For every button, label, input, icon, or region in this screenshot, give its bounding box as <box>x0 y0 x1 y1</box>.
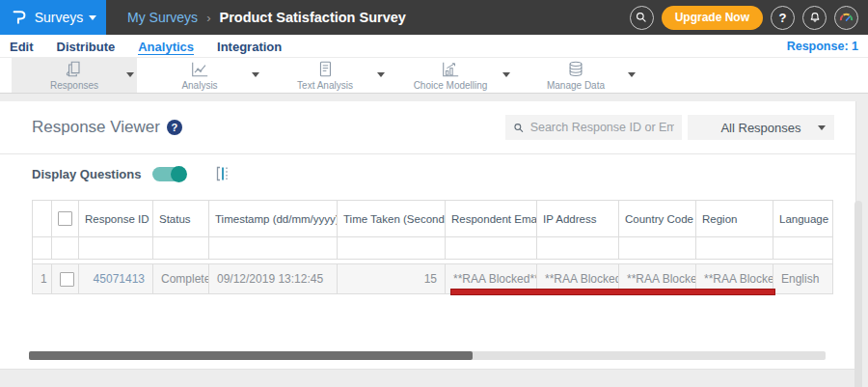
toggle-knob <box>171 166 187 182</box>
chevron-down-icon[interactable] <box>502 72 510 77</box>
header-rownum <box>33 201 52 237</box>
filter-cell <box>33 237 52 260</box>
cell-timestamp: 09/12/2019 13:12:45 <box>209 264 338 294</box>
table-header-row: Response ID Status Timestamp (dd/mm/yyyy… <box>33 201 833 237</box>
filter-cell[interactable] <box>619 237 696 260</box>
filter-cell <box>52 237 79 260</box>
topbar-actions: Upgrade Now ? <box>630 6 868 30</box>
display-questions-toggle[interactable] <box>152 167 186 181</box>
manage-data-icon <box>565 60 586 79</box>
card-header: Response Viewer ? All Responses <box>0 101 855 154</box>
analysis-icon <box>189 60 210 79</box>
red-highlight-annotation <box>450 289 775 295</box>
top-navigation-bar: Surveys My Surveys › Product Satisfactio… <box>0 0 868 35</box>
cell-status: Completed <box>153 264 209 294</box>
tab-distribute[interactable]: Distribute <box>57 38 116 54</box>
breadcrumb: My Surveys › Product Satisfaction Survey <box>127 10 406 25</box>
responses-filter-dropdown[interactable]: All Responses <box>688 115 834 140</box>
toolbar-item-label: Text Analysis <box>297 80 353 91</box>
header-country-code: Country Code <box>619 201 696 237</box>
response-viewer-card: Response Viewer ? All Responses Display … <box>0 101 856 370</box>
filter-cell[interactable] <box>773 237 833 260</box>
main-content: Response Viewer ? All Responses Display … <box>0 95 868 387</box>
page-title-text: Response Viewer <box>32 118 160 137</box>
gauge-avatar-icon <box>836 8 856 28</box>
filter-cell[interactable] <box>79 237 153 260</box>
toolbar-item-choice-modelling[interactable]: Choice Modelling <box>388 58 513 93</box>
freeze-columns-icon[interactable] <box>213 165 231 182</box>
toolbar-item-label: Manage Data <box>547 80 605 91</box>
horizontal-scrollbar-thumb[interactable] <box>29 351 473 360</box>
select-all-checkbox[interactable] <box>58 211 72 226</box>
chevron-down-icon <box>89 15 96 20</box>
display-controls-row: Display Questions <box>0 154 855 193</box>
page-title: Response Viewer ? <box>32 118 182 137</box>
viewer-controls: All Responses <box>505 115 834 140</box>
brand-menu-label: Surveys <box>35 10 84 25</box>
filter-cell[interactable] <box>209 237 338 260</box>
toolbar-item-label: Responses <box>50 80 98 91</box>
vertical-scrollbar[interactable] <box>854 201 862 387</box>
help-button[interactable]: ? <box>771 6 795 30</box>
cell-time-taken: 15 <box>338 264 446 294</box>
header-ip-address: IP Address <box>537 201 619 237</box>
chevron-down-icon[interactable] <box>252 72 259 77</box>
filter-row <box>33 237 833 260</box>
row-number: 1 <box>33 264 52 294</box>
responses-filter-value: All Responses <box>720 121 800 135</box>
response-search-box <box>505 115 682 140</box>
toolbar-item-manage-data[interactable]: Manage Data <box>513 58 638 93</box>
responses-table: Response ID Status Timestamp (dd/mm/yyyy… <box>32 200 833 294</box>
responses-icon <box>64 60 85 79</box>
header-respondent-email: Respondent Email <box>446 201 537 237</box>
breadcrumb-separator: › <box>206 11 210 25</box>
chevron-down-icon[interactable] <box>377 72 385 77</box>
avatar[interactable] <box>834 6 858 30</box>
tab-integration[interactable]: Integration <box>217 38 282 54</box>
analytics-toolbar: Responses Analysis Text Analysis Choice … <box>0 57 868 94</box>
filter-cell[interactable] <box>338 237 446 260</box>
header-select-all <box>52 201 79 237</box>
tab-analytics[interactable]: Analytics <box>138 38 194 55</box>
questionpro-logo-icon <box>10 8 29 27</box>
header-status: Status <box>153 201 209 237</box>
magnifier-icon <box>513 122 525 134</box>
row-checkbox[interactable] <box>60 272 74 287</box>
toolbar-item-analysis[interactable]: Analysis <box>137 58 262 93</box>
survey-nav-tabs: Edit Distribute Analytics Integration Re… <box>0 35 868 57</box>
toolbar-item-label: Analysis <box>181 80 217 91</box>
upgrade-now-button[interactable]: Upgrade Now <box>662 6 763 30</box>
header-time-taken[interactable]: Time Taken (Seconds) <box>338 201 446 237</box>
notifications-button[interactable] <box>802 6 827 30</box>
brand-menu[interactable]: Surveys <box>0 0 106 35</box>
filter-cell[interactable] <box>696 237 773 260</box>
filter-cell[interactable] <box>537 237 619 260</box>
toolbar-item-label: Choice Modelling <box>414 80 488 91</box>
header-language: Language <box>773 201 833 237</box>
help-icon: ? <box>779 11 787 25</box>
toolbar-item-responses[interactable]: Responses <box>12 58 137 93</box>
bell-icon <box>808 11 822 24</box>
cell-language: English <box>773 264 833 294</box>
search-icon <box>635 11 648 24</box>
horizontal-scrollbar[interactable] <box>29 351 826 360</box>
toolbar-item-text-analysis[interactable]: Text Analysis <box>262 58 388 93</box>
breadcrumb-my-surveys[interactable]: My Surveys <box>127 10 198 25</box>
cell-response-id: 45071413 <box>79 264 153 294</box>
choice-modelling-icon <box>440 60 461 79</box>
tab-edit[interactable]: Edit <box>10 38 34 54</box>
filter-cell[interactable] <box>153 237 209 260</box>
search-input[interactable] <box>530 121 674 134</box>
response-id-link[interactable]: 45071413 <box>94 272 145 286</box>
header-timestamp[interactable]: Timestamp (dd/mm/yyyy) <box>209 201 338 237</box>
chevron-down-icon[interactable] <box>126 72 134 77</box>
breadcrumb-current-survey: Product Satisfaction Survey <box>219 10 405 25</box>
viewer-help-icon[interactable]: ? <box>167 120 182 135</box>
filter-cell[interactable] <box>446 237 537 260</box>
header-response-id[interactable]: Response ID <box>79 201 153 237</box>
display-questions-label: Display Questions <box>32 167 141 181</box>
response-count-label: Response: 1 <box>787 40 858 53</box>
row-select-cell <box>52 264 79 294</box>
chevron-down-icon[interactable] <box>628 72 636 77</box>
search-button[interactable] <box>630 6 654 30</box>
